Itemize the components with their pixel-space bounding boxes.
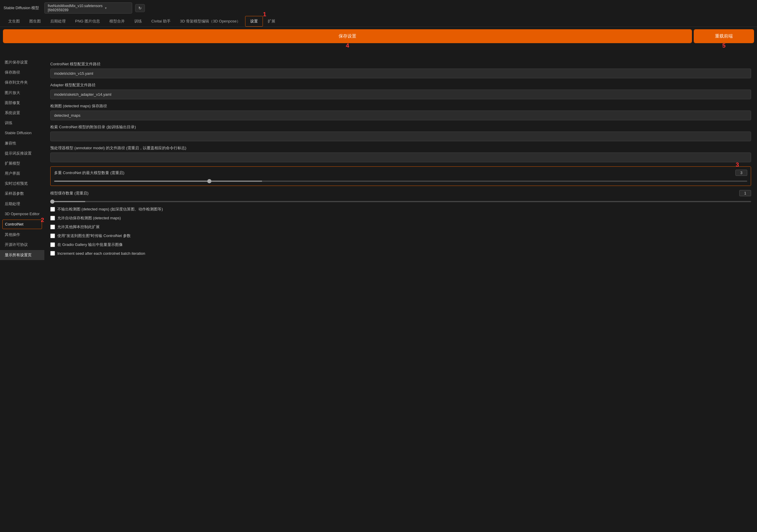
sidebar-item-image-save[interactable]: 图片保存设置 <box>0 57 45 67</box>
tab-merge[interactable]: 模型合并 <box>105 16 130 26</box>
checkbox-label-5: Increment seed after each controlnet bat… <box>57 251 145 256</box>
sidebar-item-save-folder[interactable]: 保存到文件夹 <box>0 77 45 87</box>
checkbox-5[interactable] <box>50 251 55 256</box>
tab-png-info[interactable]: PNG 图片信息 <box>70 16 105 26</box>
field-input-2[interactable] <box>50 110 751 120</box>
badge-2: 2 <box>41 216 44 224</box>
field-input-1[interactable] <box>50 90 751 99</box>
sidebar-item-sampler-params[interactable]: 采样器参数 <box>0 189 45 199</box>
checkbox-3[interactable] <box>50 233 55 238</box>
badge-4: 4 <box>346 42 349 49</box>
tab-civitai[interactable]: Civitai 助手 <box>147 16 175 26</box>
model-name: fiveNutsMixedMix_v10.safetensors [6b9265… <box>47 4 102 12</box>
slider-section-0: 3 多重 ControlNet 的最大模型数量 (需重启) 3 <box>50 166 751 186</box>
checkbox-row-5: Increment seed after each controlnet bat… <box>50 251 751 256</box>
save-settings-button[interactable]: 保存设置 4 <box>4 30 691 43</box>
checkbox-label-4: 在 Gradio Gallery 输出中批量显示图像 <box>57 242 123 248</box>
checkbox-label-1: 允许自动保存检测图 (detected maps) <box>57 216 121 221</box>
tab-settings[interactable]: 设置 1 <box>245 16 263 27</box>
badge-3: 3 <box>736 162 739 168</box>
sidebar-item-postprocess[interactable]: 后期处理 <box>0 199 45 209</box>
checkbox-label-2: 允许其他脚本控制此扩展 <box>57 224 100 230</box>
field-label-3: 检索 ControlNet 模型的附加目录 (如训练输出目录) <box>50 124 751 130</box>
sidebar-item-other-ops[interactable]: 其他操作 <box>0 230 45 240</box>
tab-extras[interactable]: 后期处理 <box>45 16 70 26</box>
checkbox-row-4: 在 Gradio Gallery 输出中批量显示图像 <box>50 242 751 248</box>
model-selector[interactable]: fiveNutsMixedMix_v10.safetensors [6b9265… <box>45 2 132 14</box>
sidebar-item-face-restore[interactable]: 面部修复 <box>0 98 45 108</box>
sidebar-item-live-preview[interactable]: 实时过程预览 <box>0 179 45 189</box>
action-bar: 保存设置 4 重载前端 5 <box>0 27 757 45</box>
sidebar-item-prompt-reverse[interactable]: 提示词反推设置 <box>0 148 45 159</box>
sidebar-item-license[interactable]: 开源许可协议 <box>0 240 45 250</box>
tab-extensions[interactable]: 扩展 <box>263 16 280 26</box>
checkbox-2[interactable] <box>50 224 55 229</box>
refresh-button[interactable]: ↻ <box>135 4 145 12</box>
sidebar: 图片保存设置 保存路径 保存到文件夹 图片放大 面部修复 系统设置 训练 Sta… <box>0 54 45 527</box>
checkbox-0[interactable] <box>50 207 55 212</box>
tab-train[interactable]: 训练 <box>130 16 147 26</box>
sidebar-item-upscale[interactable]: 图片放大 <box>0 88 45 98</box>
chevron-down-icon: ▼ <box>105 7 129 10</box>
slider-label-0: 多重 ControlNet 的最大模型数量 (需重启) <box>54 170 125 176</box>
field-label-2: 检测图 (detected maps) 保存路径 <box>50 103 751 109</box>
slider-input-1[interactable] <box>50 201 751 202</box>
checkbox-row-2: 允许其他脚本控制此扩展 <box>50 224 751 230</box>
slider-value-0: 3 <box>736 170 747 176</box>
checkbox-row-0: 不输出检测图 (detected maps) (如深度估算图、动作检测图等) <box>50 207 751 212</box>
sidebar-item-train[interactable]: 训练 <box>0 118 45 128</box>
slider-header-0: 多重 ControlNet 的最大模型数量 (需重启) 3 <box>54 170 747 176</box>
sidebar-item-system[interactable]: 系统设置 <box>0 108 45 118</box>
field-label-4: 预处理器模型 (annotator model) 的文件路径 (需重启，以覆盖相… <box>50 145 751 151</box>
reload-frontend-button[interactable]: 重载前端 5 <box>694 30 753 43</box>
checkbox-1[interactable] <box>50 216 55 221</box>
checkbox-label-0: 不输出检测图 (detected maps) (如深度估算图、动作检测图等) <box>57 207 163 212</box>
app-title: Stable Diffusion 模型 <box>4 5 39 11</box>
main-layout: 图片保存设置 保存路径 保存到文件夹 图片放大 面部修复 系统设置 训练 Sta… <box>0 54 757 527</box>
sidebar-item-ui[interactable]: 用户界面 <box>0 168 45 179</box>
field-label-1: Adapter 模型配置文件路径 <box>50 82 751 88</box>
sidebar-item-show-all[interactable]: 显示所有设置页 <box>0 250 45 260</box>
slider-label-1: 模型缓存数量 (需重启) <box>50 191 88 196</box>
badge-1: 1 <box>263 11 266 18</box>
tab-img2img[interactable]: 图生图 <box>24 16 45 26</box>
slider-header-1: 模型缓存数量 (需重启) 1 <box>50 190 751 196</box>
settings-content: ControlNet 模型配置文件路径 Adapter 模型配置文件路径 检测图… <box>45 54 757 527</box>
slider-input-0[interactable] <box>54 181 747 182</box>
slider-value-1: 1 <box>739 190 751 196</box>
sidebar-item-3d-openpose-editor[interactable]: 3D Openpose Editor <box>0 209 45 219</box>
checkbox-4[interactable] <box>50 242 55 247</box>
sidebar-item-stable-diffusion[interactable]: Stable Diffusion <box>0 128 45 138</box>
field-label-0: ControlNet 模型配置文件路径 <box>50 62 751 67</box>
checkbox-label-3: 使用"发送到图生图"时传输 ControlNet 参数 <box>57 233 131 239</box>
sidebar-item-compat[interactable]: 兼容性 <box>0 138 45 148</box>
field-input-3[interactable] <box>50 132 751 141</box>
top-bar: Stable Diffusion 模型 fiveNutsMixedMix_v10… <box>0 0 757 16</box>
tab-3d-openpose[interactable]: 3D 骨架模型编辑（3D Openpose） <box>175 16 245 26</box>
badge-5: 5 <box>722 42 725 49</box>
field-input-4[interactable] <box>50 153 751 162</box>
sidebar-item-controlnet[interactable]: ControlNet 2 <box>2 220 42 229</box>
slider-section-1: 模型缓存数量 (需重启) 1 <box>50 190 751 203</box>
field-input-0[interactable] <box>50 69 751 78</box>
tab-txt2img[interactable]: 文生图 <box>4 16 24 26</box>
nav-tabs: 文生图 图生图 后期处理 PNG 图片信息 模型合并 训练 Civitai 助手… <box>0 16 757 27</box>
sidebar-item-ext-models[interactable]: 扩展模型 <box>0 159 45 168</box>
sidebar-item-save-path[interactable]: 保存路径 <box>0 67 45 77</box>
checkbox-row-1: 允许自动保存检测图 (detected maps) <box>50 216 751 221</box>
checkbox-row-3: 使用"发送到图生图"时传输 ControlNet 参数 <box>50 233 751 239</box>
